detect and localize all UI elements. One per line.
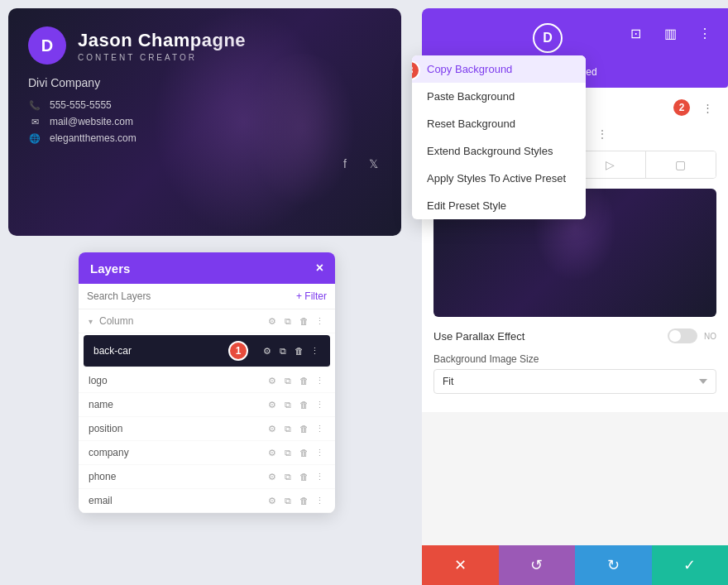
logo-label: logo bbox=[89, 375, 261, 386]
company-settings-icon[interactable]: ⚙ bbox=[266, 447, 278, 458]
column-more-icon[interactable]: ⋮ bbox=[314, 315, 325, 327]
column-row-icons: ⚙ ⧉ 🗑 ⋮ bbox=[266, 315, 325, 327]
phone-copy-icon[interactable]: ⧉ bbox=[282, 471, 294, 482]
layers-header: Layers × bbox=[79, 252, 335, 284]
email-delete-icon[interactable]: 🗑 bbox=[298, 495, 309, 506]
phone-label: phone bbox=[89, 471, 261, 482]
company-label: company bbox=[89, 447, 261, 458]
layers-item-phone[interactable]: phone ⚙ ⧉ 🗑 ⋮ bbox=[79, 465, 335, 489]
name-copy-icon[interactable]: ⧉ bbox=[282, 399, 294, 410]
bottom-toolbar: ✕ ↺ ↻ ✓ bbox=[422, 545, 728, 585]
expand-icon[interactable]: ⊡ bbox=[624, 22, 647, 45]
back-car-row-icons: ⚙ ⧉ 🗑 ⋮ bbox=[261, 345, 320, 357]
position-copy-icon[interactable]: ⧉ bbox=[282, 423, 294, 434]
email-more-icon[interactable]: ⋮ bbox=[314, 495, 325, 506]
phone-delete-icon[interactable]: 🗑 bbox=[298, 471, 309, 482]
card-header: D Jason Champagne CONTENT CREATOR bbox=[28, 26, 381, 65]
position-settings-icon[interactable]: ⚙ bbox=[266, 423, 278, 434]
layers-item-back-car[interactable]: back-car 1 ⚙ ⧉ 🗑 ⋮ bbox=[84, 335, 330, 367]
context-menu: 3 Copy Background Paste Background Reset… bbox=[412, 55, 586, 219]
bg-sub-more-icon[interactable]: ⋮ bbox=[594, 126, 611, 142]
cancel-button[interactable]: ✕ bbox=[422, 545, 499, 585]
redo-button[interactable]: ↻ bbox=[575, 545, 652, 585]
size-row: Background Image Size Fit Fill Actual Si… bbox=[433, 353, 716, 394]
step-badge-2: 2 bbox=[672, 98, 692, 117]
layers-title: Layers bbox=[90, 261, 130, 276]
columns-icon[interactable]: ▥ bbox=[659, 22, 682, 45]
size-label: Background Image Size bbox=[433, 353, 716, 365]
bg-tab-color[interactable]: ▢ bbox=[646, 151, 716, 178]
card-name-block: Jason Champagne CONTENT CREATOR bbox=[78, 30, 381, 62]
phone-settings-icon[interactable]: ⚙ bbox=[266, 471, 278, 482]
logo-copy-icon[interactable]: ⧉ bbox=[282, 375, 294, 386]
column-toggle-icon[interactable]: ▾ bbox=[89, 317, 93, 326]
email-copy-icon[interactable]: ⧉ bbox=[282, 495, 294, 506]
bg-tab-video[interactable]: ▷ bbox=[576, 151, 646, 178]
column-label: Column bbox=[99, 315, 261, 327]
more-options-icon[interactable]: ⋮ bbox=[693, 22, 716, 45]
parallax-toggle-label: NO bbox=[704, 332, 716, 341]
globe-icon: 🌐 bbox=[28, 133, 41, 144]
name-settings-icon[interactable]: ⚙ bbox=[266, 399, 278, 410]
layers-item-company[interactable]: company ⚙ ⧉ 🗑 ⋮ bbox=[79, 441, 335, 465]
company-more-icon[interactable]: ⋮ bbox=[314, 447, 325, 458]
context-menu-copy-background[interactable]: Copy Background bbox=[412, 55, 586, 83]
layers-item-name[interactable]: name ⚙ ⧉ 🗑 ⋮ bbox=[79, 393, 335, 417]
layers-item-position[interactable]: position ⚙ ⧉ 🗑 ⋮ bbox=[79, 417, 335, 441]
column-delete-icon[interactable]: 🗑 bbox=[298, 315, 309, 327]
phone-more-icon[interactable]: ⋮ bbox=[314, 471, 325, 482]
card-avatar: D bbox=[28, 26, 66, 65]
context-menu-edit-preset[interactable]: Edit Preset Style bbox=[412, 192, 586, 219]
preview-card: D Jason Champagne CONTENT CREATOR Divi C… bbox=[8, 8, 401, 236]
position-row-icons: ⚙ ⧉ 🗑 ⋮ bbox=[266, 423, 325, 434]
company-row-icons: ⚙ ⧉ 🗑 ⋮ bbox=[266, 447, 325, 458]
parallax-toggle[interactable] bbox=[668, 328, 697, 343]
reset-button[interactable]: ↺ bbox=[499, 545, 576, 585]
column-settings-icon[interactable]: ⚙ bbox=[266, 315, 278, 327]
layers-column-row: ▾ Column ⚙ ⧉ 🗑 ⋮ bbox=[79, 309, 335, 333]
context-menu-reset-background[interactable]: Reset Background bbox=[412, 110, 586, 137]
email-row-icons: ⚙ ⧉ 🗑 ⋮ bbox=[266, 495, 325, 506]
phone-icon: 📞 bbox=[28, 100, 41, 111]
layers-panel: Layers × + Filter ▾ Column ⚙ ⧉ 🗑 ⋮ back-… bbox=[79, 252, 335, 513]
section-more-icon[interactable]: ⋮ bbox=[698, 98, 716, 117]
back-car-copy-icon[interactable]: ⧉ bbox=[277, 345, 289, 357]
size-select[interactable]: Fit Fill Actual Size Custom Size bbox=[433, 369, 716, 394]
context-menu-paste-background[interactable]: Paste Background bbox=[412, 83, 586, 110]
email-settings-icon[interactable]: ⚙ bbox=[266, 495, 278, 506]
position-label: position bbox=[89, 423, 261, 434]
back-car-settings-icon[interactable]: ⚙ bbox=[261, 345, 273, 357]
layers-close-button[interactable]: × bbox=[316, 261, 323, 276]
card-phone: 555-555-5555 bbox=[50, 99, 112, 111]
card-name: Jason Champagne bbox=[78, 30, 381, 51]
back-car-more-icon[interactable]: ⋮ bbox=[309, 345, 320, 357]
back-car-delete-icon[interactable]: 🗑 bbox=[293, 345, 304, 357]
name-delete-icon[interactable]: 🗑 bbox=[298, 399, 309, 410]
card-website: elegantthemes.com bbox=[50, 132, 136, 144]
phone-row-icons: ⚙ ⧉ 🗑 ⋮ bbox=[266, 471, 325, 482]
context-menu-apply-preset[interactable]: Apply Styles To Active Preset bbox=[412, 165, 586, 192]
layers-item-email[interactable]: email ⚙ ⧉ 🗑 ⋮ bbox=[79, 489, 335, 513]
layers-search-input[interactable] bbox=[87, 290, 290, 302]
panel-logo: D bbox=[533, 23, 563, 53]
logo-settings-icon[interactable]: ⚙ bbox=[266, 375, 278, 386]
email-icon: ✉ bbox=[28, 117, 41, 127]
confirm-button[interactable]: ✓ bbox=[652, 545, 729, 585]
layers-filter-button[interactable]: + Filter bbox=[296, 290, 327, 302]
layers-item-logo[interactable]: logo ⚙ ⧉ 🗑 ⋮ bbox=[79, 369, 335, 393]
position-more-icon[interactable]: ⋮ bbox=[314, 423, 325, 434]
context-menu-extend-styles[interactable]: Extend Background Styles bbox=[412, 137, 586, 165]
parallax-toggle-wrap: NO bbox=[668, 328, 716, 343]
email-label: email bbox=[89, 495, 261, 506]
logo-delete-icon[interactable]: 🗑 bbox=[298, 375, 309, 386]
panel-top-bar: ⊡ ▥ ⋮ bbox=[422, 8, 728, 58]
layers-search-row: + Filter bbox=[79, 284, 335, 309]
name-more-icon[interactable]: ⋮ bbox=[314, 399, 325, 410]
company-copy-icon[interactable]: ⧉ bbox=[282, 447, 294, 458]
position-delete-icon[interactable]: 🗑 bbox=[298, 423, 309, 434]
column-copy-icon[interactable]: ⧉ bbox=[282, 315, 294, 327]
company-delete-icon[interactable]: 🗑 bbox=[298, 447, 309, 458]
logo-row-icons: ⚙ ⧉ 🗑 ⋮ bbox=[266, 375, 325, 386]
logo-more-icon[interactable]: ⋮ bbox=[314, 375, 325, 386]
name-label: name bbox=[89, 399, 261, 410]
